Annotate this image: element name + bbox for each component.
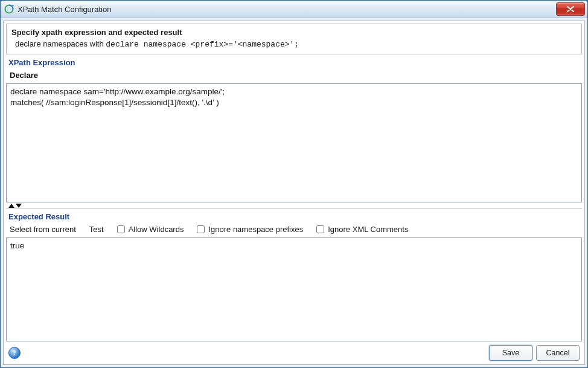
allow-wildcards-input[interactable]: [117, 225, 125, 233]
save-button[interactable]: Save: [489, 345, 532, 361]
cancel-button[interactable]: Cancel: [536, 345, 580, 361]
splitter-handle[interactable]: [6, 202, 582, 208]
ignore-comments-label: Ignore XML Comments: [328, 225, 408, 234]
declare-button[interactable]: Declare: [6, 68, 582, 83]
close-button[interactable]: [556, 2, 585, 16]
intro-title: Specify xpath expression and expected re…: [11, 28, 577, 37]
expected-result-section: Expected Result Select from current Test…: [6, 208, 582, 362]
xpath-section-header: XPath Expression: [6, 56, 582, 68]
titlebar[interactable]: XPath Match Configuration: [1, 1, 587, 18]
close-icon: [567, 6, 574, 12]
select-from-current-button[interactable]: Select from current: [10, 225, 76, 234]
ignore-namespace-checkbox[interactable]: Ignore namespace prefixes: [197, 225, 303, 234]
allow-wildcards-checkbox[interactable]: Allow Wildcards: [117, 225, 184, 234]
intro-desc-code: declare namespace <prefix>='<namespace>'…: [106, 40, 299, 49]
intro-panel: Specify xpath expression and expected re…: [6, 24, 582, 54]
ignore-comments-checkbox[interactable]: Ignore XML Comments: [316, 225, 408, 234]
collapse-up-icon: [8, 204, 14, 208]
expected-result-input[interactable]: true: [6, 237, 582, 341]
expected-result-header: Expected Result: [6, 210, 582, 222]
ignore-namespace-input[interactable]: [197, 225, 205, 233]
ignore-comments-input[interactable]: [316, 225, 324, 233]
result-options-row: Select from current Test Allow Wildcards…: [6, 222, 582, 237]
intro-desc-prefix: declare namespaces with: [15, 39, 106, 48]
app-icon: [4, 4, 14, 14]
dialog-window: XPath Match Configuration Specify xpath …: [0, 0, 588, 368]
dialog-client: Specify xpath expression and expected re…: [3, 21, 585, 365]
xpath-section: XPath Expression Declare declare namespa…: [6, 56, 582, 208]
intro-description: declare namespaces with declare namespac…: [11, 39, 577, 49]
dialog-footer: ? Save Cancel: [6, 341, 582, 362]
xpath-expression-input[interactable]: declare namespace sam='http://www.exampl…: [6, 83, 582, 202]
allow-wildcards-label: Allow Wildcards: [129, 225, 184, 234]
test-button[interactable]: Test: [89, 225, 104, 234]
collapse-down-icon: [16, 204, 22, 208]
window-title: XPath Match Configuration: [18, 5, 556, 14]
ignore-namespace-label: Ignore namespace prefixes: [208, 225, 303, 234]
help-icon[interactable]: ?: [8, 347, 21, 359]
svg-marker-1: [12, 5, 14, 7]
